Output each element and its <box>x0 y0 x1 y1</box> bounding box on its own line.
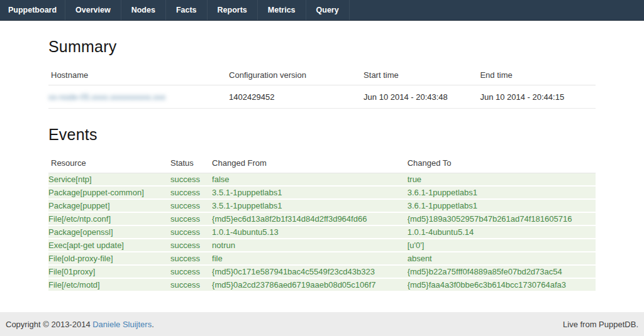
event-resource-link[interactable]: File[/etc/motd] <box>48 280 100 290</box>
event-row: Package[openssl] success 1.0.1-4ubuntu5.… <box>48 225 596 239</box>
configuration-version-value: 1402429452 <box>229 85 364 109</box>
event-changed-to: [u'0'] <box>408 239 596 252</box>
event-resource-link[interactable]: File[old-proxy-file] <box>48 254 113 263</box>
event-row: File[old-proxy-file] success file absent <box>48 252 596 265</box>
events-col-changed-to: Changed To <box>408 153 596 173</box>
event-changed-to: 3.6.1-1puppetlabs1 <box>408 186 596 199</box>
event-changed-from: false <box>212 173 408 187</box>
event-resource-link[interactable]: Exec[apt-get update] <box>48 241 124 250</box>
event-status: success <box>170 252 212 265</box>
events-table: Resource Status Changed From Changed To … <box>48 153 596 291</box>
event-changed-from: {md5}0c171e587941bac4c5549f23cd43b323 <box>212 265 408 278</box>
events-col-status: Status <box>170 153 212 173</box>
event-row: File[/etc/ntp.conf] success {md5}ec6d13a… <box>48 212 596 225</box>
event-changed-from: 3.5.1-1puppetlabs1 <box>212 199 408 212</box>
nav-item-reports[interactable]: Reports <box>207 0 257 20</box>
event-changed-from: {md5}0a2cd23786aed6719aaeb08d05c106f7 <box>212 278 408 291</box>
event-changed-to: {md5}faa4a3f0bbe6c3b614bcc1730764afa3 <box>408 278 596 291</box>
summary-table: Hostname Configuration version Start tim… <box>48 65 596 109</box>
events-header-row: Resource Status Changed From Changed To <box>48 153 596 173</box>
copyright-period: . <box>152 320 154 329</box>
event-changed-from: 3.5.1-1puppetlabs1 <box>212 186 408 199</box>
event-status: success <box>170 265 212 278</box>
event-row: Service[ntp] success false true <box>48 173 596 187</box>
summary-col-end-time: End time <box>480 65 596 85</box>
event-row: Package[puppet] success 3.5.1-1puppetlab… <box>48 199 596 212</box>
event-status: success <box>170 212 212 225</box>
copyright-text: Copyright © 2013-2014 <box>6 320 92 329</box>
navbar-brand[interactable]: Puppetboard <box>0 0 65 20</box>
event-changed-from: 1.0.1-4ubuntu5.13 <box>212 225 408 239</box>
summary-row: xx-node-05.xxxx.xxxxxxxxxx.xxx 140242945… <box>48 85 596 109</box>
event-row: Exec[apt-get update] success notrun [u'0… <box>48 239 596 252</box>
event-changed-to: {md5}189a3052957b47b261ad74f181605716 <box>408 212 596 225</box>
event-resource-link[interactable]: Package[puppet] <box>48 201 110 210</box>
summary-header-row: Hostname Configuration version Start tim… <box>48 65 596 85</box>
events-heading: Events <box>48 126 596 144</box>
event-resource-link[interactable]: Package[openssl] <box>48 227 113 237</box>
event-row: File[01proxy] success {md5}0c171e587941b… <box>48 265 596 278</box>
footer-copyright: Copyright © 2013-2014 Daniele Sluijters. <box>6 320 154 329</box>
event-row: File[/etc/motd] success {md5}0a2cd23786a… <box>48 278 596 291</box>
footer: Copyright © 2013-2014 Daniele Sluijters.… <box>0 312 644 336</box>
event-status: success <box>170 173 212 187</box>
nav-item-metrics[interactable]: Metrics <box>257 0 306 20</box>
event-changed-from: file <box>212 252 408 265</box>
events-col-resource: Resource <box>48 153 170 173</box>
event-resource-link[interactable]: File[01proxy] <box>48 267 95 276</box>
event-status: success <box>170 225 212 239</box>
event-changed-from: {md5}ec6d13a8f2b1f314d84d2ff3d964fd66 <box>212 212 408 225</box>
event-changed-to: 3.6.1-1puppetlabs1 <box>408 199 596 212</box>
event-resource-link[interactable]: Package[puppet-common] <box>48 188 144 197</box>
navbar: Puppetboard Overview Nodes Facts Reports… <box>0 0 644 21</box>
nav-item-overview[interactable]: Overview <box>65 0 121 20</box>
summary-col-start-time: Start time <box>364 65 480 85</box>
main-content: Summary Hostname Configuration version S… <box>48 21 596 312</box>
event-changed-from: notrun <box>212 239 408 252</box>
event-changed-to: true <box>408 173 596 187</box>
author-link[interactable]: Daniele Sluijters <box>92 320 152 329</box>
footer-status: Live from PuppetDB. <box>563 320 638 329</box>
event-status: success <box>170 199 212 212</box>
summary-col-hostname: Hostname <box>48 65 229 85</box>
start-time-value: Jun 10 2014 - 20:43:48 <box>364 85 480 109</box>
event-changed-to: {md5}b22a75fff0f4889a85fe07bd2d73ac54 <box>408 265 596 278</box>
nav-item-query[interactable]: Query <box>306 0 350 20</box>
event-status: success <box>170 239 212 252</box>
event-status: success <box>170 278 212 291</box>
summary-heading: Summary <box>48 38 596 56</box>
event-row: Package[puppet-common] success 3.5.1-1pu… <box>48 186 596 199</box>
events-col-changed-from: Changed From <box>212 153 408 173</box>
event-changed-to: 1.0.1-4ubuntu5.14 <box>408 225 596 239</box>
event-resource-link[interactable]: File[/etc/ntp.conf] <box>48 214 111 224</box>
summary-col-config-version: Configuration version <box>229 65 364 85</box>
end-time-value: Jun 10 2014 - 20:44:15 <box>480 85 596 109</box>
event-status: success <box>170 186 212 199</box>
nav-item-facts[interactable]: Facts <box>165 0 207 20</box>
hostname-link-redacted[interactable]: xx-node-05.xxxx.xxxxxxxxxx.xxx <box>48 92 165 102</box>
event-changed-to: absent <box>408 252 596 265</box>
nav-item-nodes[interactable]: Nodes <box>121 0 165 20</box>
event-resource-link[interactable]: Service[ntp] <box>48 175 92 184</box>
